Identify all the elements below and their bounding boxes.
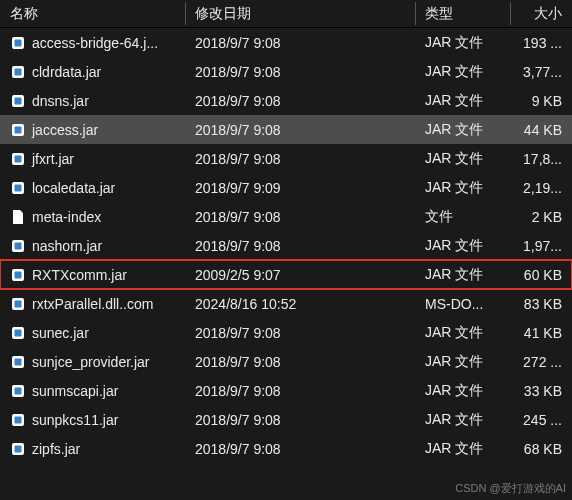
file-name-label: sunec.jar <box>32 325 89 341</box>
watermark: CSDN @爱打游戏的AI <box>455 481 566 496</box>
file-row[interactable]: nashorn.jar2018/9/7 9:08JAR 文件1,97... <box>0 231 572 260</box>
file-modified-cell: 2018/9/7 9:08 <box>185 64 415 80</box>
file-row[interactable]: sunmscapi.jar2018/9/7 9:08JAR 文件33 KB <box>0 376 572 405</box>
file-name-label: jfxrt.jar <box>32 151 74 167</box>
file-size-cell: 41 KB <box>510 325 572 341</box>
file-size-cell: 2 KB <box>510 209 572 225</box>
svg-rect-1 <box>15 39 22 46</box>
column-divider <box>185 2 186 25</box>
column-header-name[interactable]: 名称 <box>0 0 185 27</box>
file-size-cell: 83 KB <box>510 296 572 312</box>
file-type-cell: JAR 文件 <box>415 34 510 52</box>
jar-file-icon <box>10 441 26 457</box>
svg-rect-7 <box>15 126 22 133</box>
file-modified-cell: 2018/9/7 9:08 <box>185 209 415 225</box>
file-modified-cell: 2024/8/16 10:52 <box>185 296 415 312</box>
file-type-cell: MS-DO... <box>415 296 510 312</box>
jar-file-icon <box>10 296 26 312</box>
file-type-cell: JAR 文件 <box>415 353 510 371</box>
file-size-cell: 33 KB <box>510 383 572 399</box>
file-type-cell: JAR 文件 <box>415 382 510 400</box>
file-size-cell: 272 ... <box>510 354 572 370</box>
file-row[interactable]: cldrdata.jar2018/9/7 9:08JAR 文件3,77... <box>0 57 572 86</box>
file-name-label: jaccess.jar <box>32 122 98 138</box>
jar-file-icon <box>10 383 26 399</box>
column-divider <box>415 2 416 25</box>
file-name-cell: localedata.jar <box>0 180 185 196</box>
file-size-cell: 3,77... <box>510 64 572 80</box>
file-name-label: localedata.jar <box>32 180 115 196</box>
file-row[interactable]: jaccess.jar2018/9/7 9:08JAR 文件44 KB <box>0 115 572 144</box>
file-row[interactable]: rxtxParallel.dll..com2024/8/16 10:52MS-D… <box>0 289 572 318</box>
file-type-cell: JAR 文件 <box>415 63 510 81</box>
file-row[interactable]: meta-index2018/9/7 9:08文件2 KB <box>0 202 572 231</box>
file-row[interactable]: zipfs.jar2018/9/7 9:08JAR 文件68 KB <box>0 434 572 463</box>
file-name-cell: meta-index <box>0 209 185 225</box>
file-row[interactable]: access-bridge-64.j...2018/9/7 9:08JAR 文件… <box>0 28 572 57</box>
svg-rect-11 <box>15 184 22 191</box>
file-type-cell: JAR 文件 <box>415 237 510 255</box>
file-name-cell: nashorn.jar <box>0 238 185 254</box>
file-modified-cell: 2018/9/7 9:08 <box>185 325 415 341</box>
file-modified-cell: 2018/9/7 9:08 <box>185 354 415 370</box>
file-name-label: zipfs.jar <box>32 441 80 457</box>
svg-rect-13 <box>15 242 22 249</box>
jar-file-icon <box>10 238 26 254</box>
jar-file-icon <box>10 151 26 167</box>
column-header-type-label: 类型 <box>425 5 453 23</box>
file-modified-cell: 2018/9/7 9:08 <box>185 441 415 457</box>
file-size-cell: 60 KB <box>510 267 572 283</box>
file-name-label: cldrdata.jar <box>32 64 101 80</box>
file-name-label: sunpkcs11.jar <box>32 412 118 428</box>
file-type-cell: JAR 文件 <box>415 324 510 342</box>
svg-rect-25 <box>15 416 22 423</box>
file-modified-cell: 2018/9/7 9:08 <box>185 238 415 254</box>
jar-file-icon <box>10 412 26 428</box>
file-type-cell: JAR 文件 <box>415 440 510 458</box>
file-modified-cell: 2018/9/7 9:08 <box>185 35 415 51</box>
svg-rect-3 <box>15 68 22 75</box>
column-header-type[interactable]: 类型 <box>415 0 510 27</box>
file-modified-cell: 2018/9/7 9:08 <box>185 383 415 399</box>
file-type-cell: JAR 文件 <box>415 92 510 110</box>
file-row[interactable]: dnsns.jar2018/9/7 9:08JAR 文件9 KB <box>0 86 572 115</box>
file-modified-cell: 2009/2/5 9:07 <box>185 267 415 283</box>
file-size-cell: 193 ... <box>510 35 572 51</box>
file-name-label: sunmscapi.jar <box>32 383 118 399</box>
file-size-cell: 9 KB <box>510 93 572 109</box>
file-size-cell: 68 KB <box>510 441 572 457</box>
generic-file-icon <box>10 209 26 225</box>
file-name-label: RXTXcomm.jar <box>32 267 127 283</box>
file-type-cell: JAR 文件 <box>415 150 510 168</box>
column-header-size[interactable]: 大小 <box>510 0 572 27</box>
file-modified-cell: 2018/9/7 9:08 <box>185 151 415 167</box>
file-row[interactable]: localedata.jar2018/9/7 9:09JAR 文件2,19... <box>0 173 572 202</box>
file-type-cell: JAR 文件 <box>415 411 510 429</box>
file-row[interactable]: jfxrt.jar2018/9/7 9:08JAR 文件17,8... <box>0 144 572 173</box>
file-modified-cell: 2018/9/7 9:09 <box>185 180 415 196</box>
column-header-modified[interactable]: 修改日期 <box>185 0 415 27</box>
column-header-row: 名称 修改日期 类型 大小 <box>0 0 572 28</box>
file-row[interactable]: sunec.jar2018/9/7 9:08JAR 文件41 KB <box>0 318 572 347</box>
jar-file-icon <box>10 122 26 138</box>
file-modified-cell: 2018/9/7 9:08 <box>185 122 415 138</box>
jar-file-icon <box>10 267 26 283</box>
file-row[interactable]: sunjce_provider.jar2018/9/7 9:08JAR 文件27… <box>0 347 572 376</box>
file-size-cell: 1,97... <box>510 238 572 254</box>
file-size-cell: 2,19... <box>510 180 572 196</box>
file-name-cell: RXTXcomm.jar <box>0 267 185 283</box>
file-name-cell: jaccess.jar <box>0 122 185 138</box>
file-row[interactable]: sunpkcs11.jar2018/9/7 9:08JAR 文件245 ... <box>0 405 572 434</box>
file-name-cell: sunec.jar <box>0 325 185 341</box>
jar-file-icon <box>10 354 26 370</box>
file-name-cell: dnsns.jar <box>0 93 185 109</box>
file-name-cell: sunpkcs11.jar <box>0 412 185 428</box>
file-type-cell: JAR 文件 <box>415 266 510 284</box>
file-name-cell: rxtxParallel.dll..com <box>0 296 185 312</box>
file-row[interactable]: RXTXcomm.jar2009/2/5 9:07JAR 文件60 KB <box>0 260 572 289</box>
file-name-label: access-bridge-64.j... <box>32 35 158 51</box>
file-size-cell: 44 KB <box>510 122 572 138</box>
file-name-label: sunjce_provider.jar <box>32 354 150 370</box>
column-header-modified-label: 修改日期 <box>195 5 251 23</box>
svg-rect-9 <box>15 155 22 162</box>
